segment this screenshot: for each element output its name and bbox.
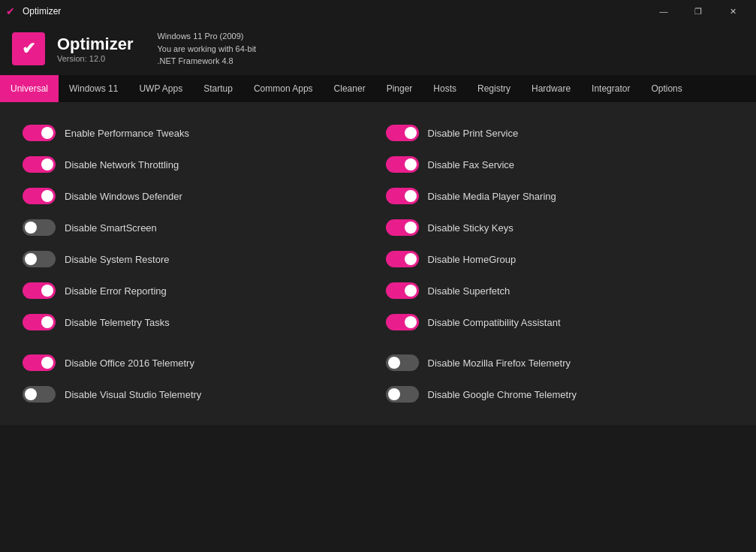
toggle-switch[interactable] (23, 188, 56, 204)
toggle-label: Disable Windows Defender (65, 191, 182, 202)
minimize-button[interactable]: — (646, 0, 681, 23)
titlebar-title: Optimizer (23, 6, 646, 17)
toggle-switch[interactable] (386, 386, 419, 403)
tab-integrator[interactable]: Integrator (581, 75, 640, 102)
toggle-thumb (405, 158, 417, 170)
toggle-thumb (41, 158, 53, 170)
app-header: ✔ Optimizer Version: 12.0 Windows 11 Pro… (0, 23, 756, 75)
toggle-thumb (388, 388, 400, 400)
toggle-thumb (405, 190, 417, 202)
toggle-row[interactable]: Disable Superfetch (378, 275, 742, 306)
toggle-switch[interactable] (386, 354, 419, 371)
tab-universal[interactable]: Universal (0, 75, 59, 102)
toggle-row[interactable]: Disable SmartScreen (15, 212, 378, 243)
toggle-row[interactable]: Disable Office 2016 Telemetry (15, 347, 378, 379)
tab-pinger[interactable]: Pinger (376, 75, 423, 102)
toggle-row[interactable]: Disable Network Throttling (15, 149, 378, 180)
toggle-thumb (405, 127, 417, 139)
toggle-switch[interactable] (386, 282, 419, 299)
toggle-label: Disable Compatibility Assistant (428, 317, 561, 328)
toggle-switch[interactable] (23, 219, 56, 236)
toggle-switch[interactable] (23, 354, 56, 371)
toggle-switch[interactable] (386, 219, 419, 236)
toggle-thumb (41, 316, 53, 328)
navbar: UniversalWindows 11UWP AppsStartupCommon… (0, 75, 756, 102)
toggle-label: Disable Network Throttling (65, 159, 179, 170)
toggle-label: Disable Superfetch (428, 285, 511, 297)
toggle-switch[interactable] (386, 251, 419, 267)
close-button[interactable]: ✕ (715, 0, 750, 23)
tab-common-apps[interactable]: Common Apps (243, 75, 324, 102)
toggle-row[interactable]: Disable Media Player Sharing (378, 180, 742, 212)
toggle-label: Disable Media Player Sharing (428, 191, 556, 202)
tab-cleaner[interactable]: Cleaner (324, 75, 376, 102)
toggle-thumb (388, 357, 400, 369)
toggle-thumb (25, 253, 37, 265)
toggle-switch[interactable] (386, 314, 419, 330)
tab-windows-11[interactable]: Windows 11 (59, 75, 128, 102)
tab-options[interactable]: Options (640, 75, 692, 102)
tab-registry[interactable]: Registry (467, 75, 521, 102)
toggle-thumb (405, 285, 417, 297)
toggle-switch[interactable] (23, 251, 56, 267)
spacer (15, 338, 378, 347)
toggle-row[interactable]: Disable Error Reporting (15, 275, 378, 306)
titlebar: ✔ Optimizer — ❐ ✕ (0, 0, 756, 23)
tab-startup[interactable]: Startup (193, 75, 243, 102)
toggle-thumb (405, 222, 417, 234)
tab-uwp-apps[interactable]: UWP Apps (128, 75, 193, 102)
toggle-switch[interactable] (23, 314, 56, 330)
toggle-thumb (25, 222, 37, 234)
left-column: Enable Performance TweaksDisable Network… (15, 117, 378, 410)
sys-os: Windows 11 Pro (2009) (157, 30, 256, 43)
spacer (378, 338, 742, 347)
toggle-row[interactable]: Disable Telemetry Tasks (15, 306, 378, 338)
toggle-thumb (41, 357, 53, 369)
app-logo: ✔ (12, 32, 45, 65)
toggle-thumb (405, 253, 417, 265)
maximize-button[interactable]: ❐ (681, 0, 715, 23)
toggle-row[interactable]: Disable Sticky Keys (378, 212, 742, 243)
toggle-row[interactable]: Disable HomeGroup (378, 243, 742, 275)
toggle-row[interactable]: Disable Windows Defender (15, 180, 378, 212)
app-version: Version: 12.0 (57, 54, 133, 63)
toggle-switch[interactable] (23, 282, 56, 299)
toggle-thumb (41, 127, 53, 139)
window-controls: — ❐ ✕ (646, 0, 750, 23)
tab-hardware[interactable]: Hardware (521, 75, 581, 102)
toggle-label: Disable Mozilla Firefox Telemetry (428, 357, 571, 369)
toggle-switch[interactable] (386, 188, 419, 204)
toggle-label: Disable Telemetry Tasks (65, 317, 170, 328)
toggle-thumb (25, 388, 37, 400)
toggle-label: Disable Google Chrome Telemetry (428, 389, 577, 400)
right-column: Disable Print ServiceDisable Fax Service… (378, 117, 742, 410)
content-area: Enable Performance TweaksDisable Network… (0, 102, 756, 425)
tab-hosts[interactable]: Hosts (423, 75, 467, 102)
toggle-label: Disable Visual Studio Telemetry (65, 389, 201, 400)
toggle-switch[interactable] (23, 386, 56, 403)
toggle-row[interactable]: Disable Visual Studio Telemetry (15, 379, 378, 410)
toggle-switch[interactable] (386, 156, 419, 173)
toggle-switch[interactable] (386, 125, 419, 141)
toggle-row[interactable]: Disable System Restore (15, 243, 378, 275)
toggle-row[interactable]: Disable Mozilla Firefox Telemetry (378, 347, 742, 379)
toggle-label: Disable HomeGroup (428, 254, 517, 265)
app-name: Optimizer (57, 35, 133, 54)
toggle-thumb (41, 190, 53, 202)
toggle-switch[interactable] (23, 156, 56, 173)
sys-framework: .NET Framework 4.8 (157, 55, 256, 68)
toggle-row[interactable]: Disable Print Service (378, 117, 742, 149)
toggle-switch[interactable] (23, 125, 56, 141)
toggle-label: Disable SmartScreen (65, 222, 157, 234)
toggle-label: Disable Office 2016 Telemetry (65, 357, 194, 369)
toggle-row[interactable]: Enable Performance Tweaks (15, 117, 378, 149)
toggle-label: Disable Sticky Keys (428, 222, 514, 234)
toggle-row[interactable]: Disable Fax Service (378, 149, 742, 180)
system-info: Windows 11 Pro (2009) You are working wi… (157, 30, 256, 68)
toggle-thumb (405, 316, 417, 328)
toggle-row[interactable]: Disable Compatibility Assistant (378, 306, 742, 338)
toggle-label: Disable Print Service (428, 128, 519, 139)
sys-arch: You are working with 64-bit (157, 43, 256, 56)
app-info: Optimizer Version: 12.0 (57, 35, 133, 63)
toggle-row[interactable]: Disable Google Chrome Telemetry (378, 379, 742, 410)
